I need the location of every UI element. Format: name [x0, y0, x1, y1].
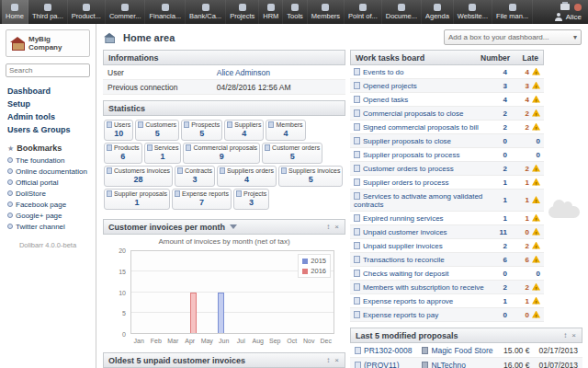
task-link[interactable]: Expired running services — [363, 214, 444, 223]
company-link[interactable]: Magic Food Store — [431, 346, 492, 355]
stat-products[interactable]: Products6 — [104, 143, 142, 164]
menu-third-pa[interactable]: Third pa... — [28, 0, 68, 24]
menu-docume[interactable]: Docume... — [382, 0, 422, 24]
bookmark-item-online-documentation[interactable]: Online documentation — [0, 166, 96, 177]
task-number-value[interactable]: 0 — [503, 137, 507, 145]
menu-commer[interactable]: Commer... — [106, 0, 146, 24]
stat-suppliers[interactable]: Suppliers4 — [224, 120, 264, 141]
task-number-value[interactable]: 4 — [503, 68, 507, 76]
collapse-icon[interactable]: ↕ — [325, 223, 331, 231]
task-late-value: 1 — [526, 297, 529, 305]
ref-link[interactable]: PR1302-0008 — [364, 346, 412, 355]
stat-customers-invoices[interactable]: Customers invoices28 — [104, 166, 173, 187]
task-link[interactable]: Unpaid supplier invoices — [363, 242, 443, 250]
collapse-icon[interactable]: ↕ — [562, 331, 568, 339]
products-icon — [107, 144, 112, 151]
task-number-value[interactable]: 6 — [503, 256, 507, 264]
menu-product[interactable]: Product... — [68, 0, 106, 24]
task-link[interactable]: Services to activate among validated con… — [354, 192, 482, 209]
task-number-value[interactable]: 2 — [503, 123, 507, 132]
task-number-value[interactable]: 2 — [503, 283, 507, 292]
task-link[interactable]: Checks waiting for deposit — [363, 270, 448, 278]
task-link[interactable]: Events to do — [363, 68, 403, 76]
bookmark-item-facebook-page[interactable]: Facebook page — [0, 199, 96, 210]
company-link[interactable]: NLTechno — [431, 361, 466, 368]
stat-customer-orders[interactable]: Customer orders5 — [262, 143, 322, 164]
task-number-value[interactable]: 2 — [503, 109, 507, 118]
company-logo[interactable]: MyBig Company — [6, 29, 90, 57]
ref-link[interactable]: (PROV11) — [364, 361, 400, 368]
close-icon[interactable]: × — [334, 356, 340, 364]
task-link[interactable]: Unpaid customer invoices — [363, 228, 447, 236]
menu-financia[interactable]: Financia... — [145, 0, 186, 24]
filter-icon[interactable] — [230, 224, 237, 229]
task-link[interactable]: Opened projects — [363, 82, 417, 90]
task-link[interactable]: Expense reports to pay — [363, 311, 438, 319]
search-input[interactable] — [6, 63, 90, 77]
task-link[interactable]: Transactions to reconcile — [363, 256, 445, 264]
task-number-value[interactable]: 1 — [503, 178, 507, 187]
menu-projects[interactable]: Projects — [226, 0, 259, 24]
stat-expense-reports[interactable]: Expense reports7 — [172, 189, 232, 210]
stat-services[interactable]: Services1 — [144, 143, 182, 164]
close-icon[interactable]: × — [571, 331, 577, 339]
bookmark-item-google-page[interactable]: Google+ page — [0, 210, 96, 221]
bookmark-item-dolistore[interactable]: DoliStore — [0, 188, 96, 199]
menu-members[interactable]: Members — [308, 0, 345, 24]
addbox-select[interactable]: Add a box to your dashboard... ▾ — [444, 29, 582, 45]
menu-agenda[interactable]: Agenda — [422, 0, 454, 24]
menu-home[interactable]: Home — [2, 0, 28, 24]
menu-website[interactable]: Website... — [454, 0, 492, 24]
task-link[interactable]: Commercial proposals to close — [363, 109, 463, 118]
menu-point-of[interactable]: Point of... — [345, 0, 382, 24]
stat-suppliers-invoices[interactable]: Suppliers invoices5 — [278, 166, 343, 187]
user-menu[interactable]: Alice — [555, 13, 582, 21]
task-number-value[interactable]: 0 — [503, 270, 507, 278]
sidebar-item-dashboard[interactable]: Dashboard — [0, 85, 96, 98]
task-link[interactable]: Supplier proposals to close — [363, 137, 451, 145]
stat-suppliers-orders[interactable]: Suppliers orders4 — [217, 166, 277, 187]
stat-users[interactable]: Users10 — [104, 120, 133, 141]
task-number-value[interactable]: 4 — [503, 96, 507, 104]
task-late-cell: 2 — [511, 121, 544, 134]
close-icon[interactable]: × — [334, 223, 340, 231]
task-number-value[interactable]: 2 — [503, 242, 507, 250]
print-icon[interactable] — [560, 4, 570, 10]
menu-hrm[interactable]: HRM — [259, 0, 283, 24]
task-number-value[interactable]: 0 — [503, 311, 507, 319]
stat-commercial-proposals[interactable]: Commercial proposals9 — [183, 143, 260, 164]
stat-prospects[interactable]: Prospects5 — [181, 120, 222, 141]
task-link[interactable]: Opened tasks — [363, 96, 408, 104]
task-link[interactable]: Supplier orders to process — [363, 178, 448, 187]
task-number-value[interactable]: 2 — [503, 165, 507, 173]
stat-customers[interactable]: Customers5 — [135, 120, 179, 141]
logout-icon[interactable] — [574, 4, 582, 11]
stat-members[interactable]: Members4 — [266, 120, 305, 141]
task-number-value[interactable]: 1 — [503, 297, 507, 305]
bookmark-item-the-foundation[interactable]: The foundation — [0, 155, 96, 166]
task-link[interactable]: Expense reports to approve — [363, 297, 453, 305]
task-number-value[interactable]: 0 — [503, 151, 507, 159]
task-link[interactable]: Supplier proposals to process — [363, 151, 459, 159]
task-link[interactable]: Members with subscription to receive — [363, 283, 484, 292]
bookmark-item-official-portal[interactable]: Official portal — [0, 177, 96, 188]
task-number-cell: 1 — [489, 176, 511, 190]
bookmark-item-twitter-channel[interactable]: Twitter channel — [0, 221, 96, 232]
stat-projects[interactable]: Projects3 — [233, 189, 269, 210]
collapse-icon[interactable]: ↕ — [325, 356, 331, 364]
menu-tools[interactable]: Tools — [283, 0, 308, 24]
user-link[interactable]: Alice Adminson — [217, 68, 270, 77]
task-number-value[interactable]: 1 — [503, 214, 507, 223]
stat-supplier-proposals[interactable]: Supplier proposals1 — [104, 189, 170, 210]
task-number-value[interactable]: 11 — [500, 228, 507, 236]
menu-file-man[interactable]: File man... — [492, 0, 533, 24]
task-link[interactable]: Signed commercial proposals to bill — [363, 123, 479, 132]
stat-contracts[interactable]: Contracts3 — [175, 166, 215, 187]
task-number-value[interactable]: 3 — [503, 82, 507, 90]
sidebar-item-setup[interactable]: Setup — [0, 98, 96, 110]
sidebar-item-admin-tools[interactable]: Admin tools — [0, 110, 96, 123]
task-number-value[interactable]: 1 — [503, 196, 507, 204]
task-link[interactable]: Customer orders to process — [363, 165, 454, 173]
sidebar-item-users-groups[interactable]: Users & Groups — [0, 123, 96, 136]
menu-bank-ca[interactable]: Bank/Ca... — [186, 0, 226, 24]
